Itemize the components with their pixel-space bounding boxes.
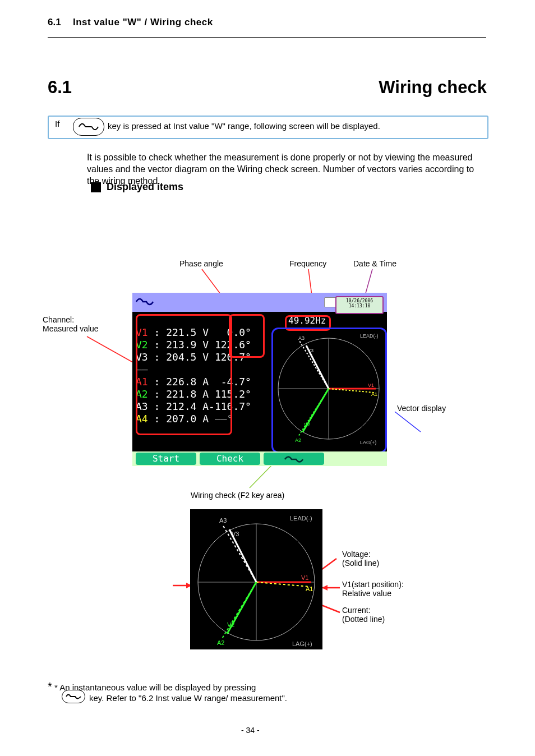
svg-line-37 [223,525,256,582]
svg-text:V1: V1 [368,382,374,388]
svg-text:A3: A3 [298,335,305,341]
svg-text:LEAD(-): LEAD(-) [290,515,312,522]
bottom-note: * * An instantaneous value will be displ… [48,680,486,703]
highlight-phases [229,314,265,358]
lcd-date: 10/26/2006 [346,298,373,303]
fnkey-start[interactable]: Start [136,453,196,465]
svg-line-4 [395,412,421,432]
lcd-titlebar: 10/26/2006 14:13:10 [132,293,387,312]
keybox-rest: key is pressed at Inst value "W" range, … [108,121,380,131]
page-footer: - 34 - [241,726,260,735]
callout-frequency: Frequency [289,259,326,268]
fnkey-check[interactable]: Check [200,453,260,465]
svg-marker-11 [322,585,328,591]
subheading-displayed-items: Displayed items [107,181,183,193]
section-number: 6.1 [48,77,72,98]
page-number: 6.1 [48,17,61,28]
svg-text:A1: A1 [371,391,377,397]
vector-figure-2: LEAD(-) LAG(+) A3 V3 V1 A1 V2 A2 [190,509,322,649]
svg-text:A1: A1 [306,586,313,592]
callout-phase-angle: Phase angle [179,259,223,268]
lcd-screen: 10/26/2006 14:13:10 V1 : 221.5 V 0.0° V2… [132,293,387,466]
fnkey-wave[interactable] [264,453,324,465]
label-current: Current: (Dotted line) [342,606,385,624]
svg-text:A2: A2 [295,437,301,443]
svg-text:V1: V1 [301,574,308,581]
svg-line-3 [87,336,137,365]
svg-text:LEAD(-): LEAD(-) [360,333,379,339]
callout-wiring-check: Wiring check (F2 key area) [191,491,284,500]
highlight-values [136,314,232,435]
svg-line-5 [250,465,271,488]
svg-text:V3: V3 [307,348,313,353]
keybox-prefix: If [55,119,59,128]
svg-text:LAG(+): LAG(+) [360,440,376,445]
svg-line-36 [229,529,256,582]
memory-icon [324,297,336,307]
lcd-frequency: 49.92Hz [288,315,326,326]
lcd-datetime: 10/26/2006 14:13:10 [335,296,384,314]
svg-text:V2: V2 [227,621,234,628]
svg-text:A2: A2 [217,639,224,646]
svg-text:A3: A3 [219,517,227,524]
svg-line-39 [222,582,256,639]
wave-key-icon [73,118,104,136]
svg-text:V2: V2 [304,422,310,427]
svg-line-20 [299,341,329,389]
wave-key-icon-2 [62,690,85,703]
lcd-time: 14:13:10 [349,303,371,308]
callout-channel: Channel:Measured value [43,315,99,333]
callout-datetime: Date & Time [353,259,396,268]
section-title: Wiring check [379,77,487,98]
page-title: Inst value "W" / Wiring check [73,17,213,28]
header-rule [48,37,486,38]
label-start: V1(start position): Relative value [342,580,404,598]
callout-vector: Vector display [397,404,446,413]
svg-text:LAG(+): LAG(+) [292,640,312,647]
label-voltage: Voltage: (Solid line) [342,550,379,568]
svg-text:V3: V3 [232,531,239,537]
lcd-wave-icon [135,295,155,308]
square-bullet-icon [91,182,101,192]
lcd-vector-diagram: LEAD(-) LAG(+) A3 V3 V1 A1 V2 A2 [276,330,381,448]
